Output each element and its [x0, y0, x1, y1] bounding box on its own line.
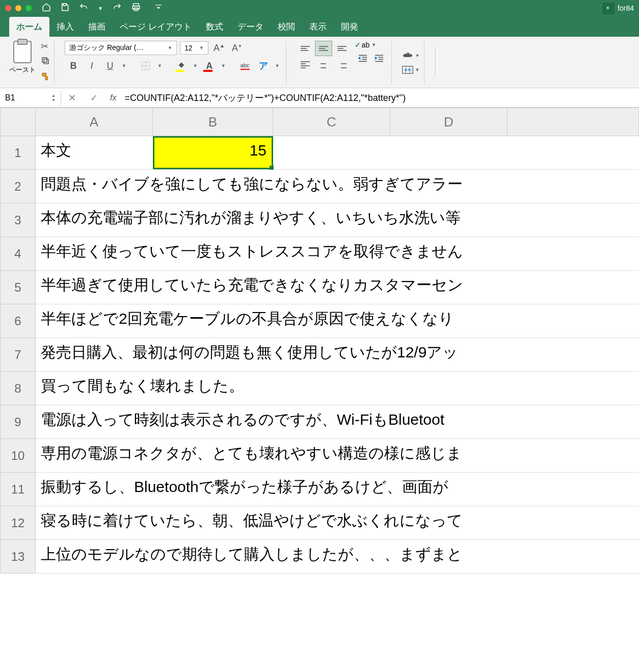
cell-A8[interactable]: 買って間もなく壊れました。	[36, 372, 639, 405]
undo-icon[interactable]	[78, 3, 89, 14]
table-row: 電源は入って時刻は表示されるのですが、Wi-FiもBluetoot	[36, 405, 639, 439]
align-left-button[interactable]	[297, 57, 314, 72]
align-middle-button[interactable]	[315, 41, 332, 56]
tab-draw[interactable]: 描画	[81, 17, 113, 37]
cell-A5[interactable]: 半年過ぎて使用していたら充電できなくなりカスタマーセン	[36, 271, 639, 304]
redo-icon[interactable]	[112, 3, 122, 14]
name-box[interactable]: B1 ▲▼	[0, 90, 61, 106]
font-color-button[interactable]: A	[201, 58, 218, 73]
cancel-formula-icon[interactable]: ✕	[61, 92, 83, 104]
save-icon[interactable]	[60, 3, 69, 14]
cell-A13[interactable]: 上位のモデルなので期待して購入しましたが、、、まずまと	[36, 540, 639, 573]
cell-A9[interactable]: 電源は入って時刻は表示されるのですが、Wi-FiもBluetoot	[36, 405, 639, 438]
decrease-font-button[interactable]: A▼	[230, 42, 244, 55]
cell-B1[interactable]: 15	[153, 136, 273, 169]
align-center-button[interactable]	[315, 57, 332, 72]
cell-A4[interactable]: 半年近く使っていて一度もストレススコアを取得できません	[36, 237, 639, 270]
copy-icon[interactable]	[41, 56, 50, 68]
border-button[interactable]	[137, 58, 154, 73]
align-top-button[interactable]	[297, 41, 314, 56]
chevron-down-icon[interactable]: ▼	[219, 63, 228, 68]
print-icon[interactable]	[131, 3, 141, 14]
increase-font-button[interactable]: A▲	[211, 42, 227, 55]
tab-developer[interactable]: 開発	[334, 17, 365, 37]
font-name-dropdown[interactable]: 游ゴシック Regular (… ▼	[65, 41, 177, 55]
bold-button[interactable]: B	[65, 58, 82, 73]
phonetic-ruby-button[interactable]: ア	[255, 58, 272, 73]
table-row: 本体の充電端子部に汚れが溜まりやすく、いちいち水洗い等	[36, 203, 639, 237]
title-bar: ▼ X for84	[0, 0, 639, 16]
minimize-window-button[interactable]	[15, 5, 21, 11]
fx-icon[interactable]: fx	[105, 93, 121, 102]
cut-icon[interactable]: ✂	[41, 41, 50, 52]
cell-A12[interactable]: 寝る時に着けていたら、朝、低温やけどで水ぶくれになって	[36, 506, 639, 539]
tab-home[interactable]: ホーム	[9, 17, 49, 37]
tab-insert[interactable]: 挿入	[49, 17, 81, 37]
row-header-1[interactable]: 1	[0, 136, 36, 170]
merge-cells-button[interactable]: ▼	[402, 65, 420, 74]
fill-color-button[interactable]	[173, 58, 190, 73]
row-header-4[interactable]: 4	[0, 237, 36, 271]
column-header-D[interactable]: D	[390, 108, 508, 136]
format-painter-icon[interactable]	[41, 72, 50, 84]
font-group: 游ゴシック Regular (… ▼ 12 ▼ A▲ A▼ B I U ▼ ▼	[61, 41, 286, 84]
column-header-C[interactable]: C	[273, 108, 390, 136]
tab-review[interactable]: 校閲	[271, 17, 302, 37]
merge-group: ab ▼ ▼	[398, 41, 424, 84]
cell-A7[interactable]: 発売日購入、最初は何の問題も無く使用していたが12/9アッ	[36, 338, 639, 371]
phonetic-abc-button[interactable]: abc	[236, 58, 254, 73]
cell-A1[interactable]: 本文	[36, 136, 153, 169]
wrap-text-button[interactable]: ab	[355, 41, 370, 49]
row-header-3[interactable]: 3	[0, 203, 36, 237]
formula-input[interactable]	[121, 89, 639, 106]
row-header-10[interactable]: 10	[0, 439, 36, 473]
column-header-A[interactable]: A	[36, 108, 153, 136]
row-header-9[interactable]: 9	[0, 405, 36, 439]
chevron-down-icon[interactable]: ▼	[120, 63, 128, 68]
cell-A6[interactable]: 半年ほどで2回充電ケーブルの不具合が原因で使えなくなり	[36, 304, 639, 338]
excel-icon: X	[602, 3, 615, 14]
close-window-button[interactable]	[5, 5, 11, 11]
row-header-7[interactable]: 7	[0, 338, 36, 372]
italic-button[interactable]: I	[83, 58, 100, 73]
ribbon: ペースト ✂ 游ゴシック Regular (… ▼ 12 ▼	[0, 37, 639, 88]
column-header-rest[interactable]	[508, 108, 639, 136]
increase-indent-button[interactable]	[371, 52, 387, 66]
row-header-2[interactable]: 2	[0, 170, 36, 203]
cell-A10[interactable]: 専用の電源コネクタが、とても壊れやすい構造の様に感じま	[36, 439, 639, 472]
tab-view[interactable]: 表示	[302, 17, 334, 37]
name-box-spinner[interactable]: ▲▼	[51, 93, 56, 102]
cell-A11[interactable]: 振動するし、Bluetoothで繋がった様子があるけど、画面が	[36, 473, 639, 506]
row-header-5[interactable]: 5	[0, 271, 36, 304]
underline-button[interactable]: U	[101, 58, 119, 73]
chevron-down-icon[interactable]: ▼	[191, 63, 200, 68]
row-header-13[interactable]: 13	[0, 540, 36, 574]
qat-customize-icon[interactable]	[155, 4, 162, 13]
cell-A2[interactable]: 問題点・バイブを強にしても強にならない。弱すぎてアラー	[36, 170, 639, 203]
select-all-corner[interactable]	[0, 108, 36, 136]
maximize-window-button[interactable]	[25, 5, 32, 11]
align-bottom-button[interactable]	[333, 41, 351, 56]
cell-A3[interactable]: 本体の充電端子部に汚れが溜まりやすく、いちいち水洗い等	[36, 203, 639, 237]
font-size-dropdown[interactable]: 12 ▼	[180, 41, 208, 55]
align-right-button[interactable]	[333, 57, 351, 72]
table-row: 発売日購入、最初は何の問題も無く使用していたが12/9アッ	[36, 338, 639, 372]
orientation-button[interactable]: ab ▼	[402, 50, 420, 61]
chevron-down-icon[interactable]: ▼	[155, 63, 164, 68]
undo-dropdown-icon[interactable]: ▼	[98, 6, 103, 11]
row-header-6[interactable]: 6	[0, 304, 36, 338]
paste-button[interactable]: ペースト	[9, 41, 36, 84]
chevron-down-icon[interactable]: ▼	[273, 63, 282, 68]
chevron-down-icon[interactable]: ▼	[369, 42, 376, 47]
tab-formulas[interactable]: 数式	[199, 17, 230, 37]
decrease-indent-button[interactable]	[355, 52, 371, 66]
accept-formula-icon[interactable]: ✓	[83, 92, 105, 104]
formula-bar: B1 ▲▼ ✕ ✓ fx	[0, 88, 639, 108]
tab-data[interactable]: データ	[230, 17, 271, 37]
tab-page-layout[interactable]: ページ レイアウト	[113, 17, 199, 37]
row-header-8[interactable]: 8	[0, 372, 36, 405]
row-header-11[interactable]: 11	[0, 473, 36, 506]
row-header-12[interactable]: 12	[0, 506, 36, 540]
column-header-B[interactable]: B	[153, 108, 273, 136]
home-icon[interactable]	[42, 3, 51, 14]
